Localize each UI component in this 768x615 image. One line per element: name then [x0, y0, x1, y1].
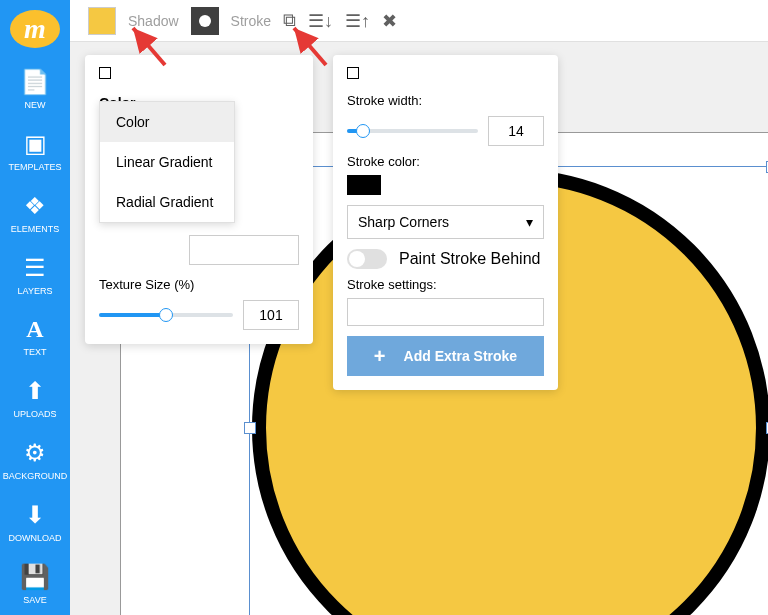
sidebar-item-elements[interactable]: ❖ ELEMENTS	[0, 182, 70, 244]
annotation-arrow	[125, 20, 175, 70]
panel-icon	[347, 67, 359, 79]
corner-style-value: Sharp Corners	[358, 214, 449, 230]
app-logo: m	[10, 10, 60, 48]
sidebar-item-label: DOWNLOAD	[8, 533, 61, 543]
sidebar-item-save[interactable]: 💾 SAVE	[0, 553, 70, 615]
text-icon: A	[26, 316, 43, 343]
stroke-color-label: Stroke color:	[347, 154, 544, 169]
fill-color-swatch[interactable]	[88, 7, 116, 35]
plus-icon: +	[374, 345, 386, 368]
dropdown-item-linear-gradient[interactable]: Linear Gradient	[100, 142, 234, 182]
stroke-width-value[interactable]: 14	[488, 116, 544, 146]
sidebar-item-label: LAYERS	[18, 286, 53, 296]
texture-size-slider[interactable]	[99, 313, 233, 317]
stroke-color-swatch[interactable]	[191, 7, 219, 35]
templates-icon: ▣	[24, 130, 47, 158]
stroke-settings-input[interactable]	[347, 298, 544, 326]
stroke-width-label: Stroke width:	[347, 93, 544, 108]
sidebar-item-label: BACKGROUND	[3, 471, 68, 481]
sidebar-item-download[interactable]: ⬇ DOWNLOAD	[0, 491, 70, 553]
sidebar-item-uploads[interactable]: ⬆ UPLOADS	[0, 367, 70, 429]
color-type-dropdown: Color Linear Gradient Radial Gradient	[99, 101, 235, 223]
sidebar-item-background[interactable]: ⚙ BACKGROUND	[0, 429, 70, 491]
stroke-color-chip[interactable]	[347, 175, 381, 195]
stroke-label[interactable]: Stroke	[231, 13, 271, 29]
file-icon: 📄	[20, 68, 50, 96]
layers-icon: ☰	[24, 254, 46, 282]
stroke-width-slider[interactable]	[347, 129, 478, 133]
bring-forward-icon[interactable]: ☰↑	[345, 10, 370, 32]
save-icon: 💾	[20, 563, 50, 591]
annotation-arrow	[286, 20, 336, 70]
texture-size-label: Texture Size (%)	[99, 277, 299, 292]
app-sidebar: m 📄 NEW ▣ TEMPLATES ❖ ELEMENTS ☰ LAYERS …	[0, 0, 70, 615]
stroke-settings-label: Stroke settings:	[347, 277, 544, 292]
stroke-panel: Stroke width: 14 Stroke color: Sharp Cor…	[333, 55, 558, 390]
paint-behind-label: Paint Stroke Behind	[399, 250, 540, 268]
texture-input[interactable]	[189, 235, 299, 265]
elements-icon: ❖	[24, 192, 46, 220]
sidebar-item-layers[interactable]: ☰ LAYERS	[0, 244, 70, 306]
sidebar-item-templates[interactable]: ▣ TEMPLATES	[0, 120, 70, 182]
corner-style-select[interactable]: Sharp Corners ▾	[347, 205, 544, 239]
texture-size-value[interactable]: 101	[243, 300, 299, 330]
sidebar-item-label: NEW	[25, 100, 46, 110]
sidebar-item-new[interactable]: 📄 NEW	[0, 58, 70, 120]
add-extra-stroke-button[interactable]: + Add Extra Stroke	[347, 336, 544, 376]
sidebar-item-text[interactable]: A TEXT	[0, 306, 70, 367]
add-stroke-label: Add Extra Stroke	[404, 348, 518, 364]
sidebar-item-label: TEXT	[23, 347, 46, 357]
sidebar-item-label: TEMPLATES	[9, 162, 62, 172]
sidebar-item-label: UPLOADS	[13, 409, 56, 419]
sidebar-item-label: SAVE	[23, 595, 46, 605]
dropdown-item-radial-gradient[interactable]: Radial Gradient	[100, 182, 234, 222]
panel-icon	[99, 67, 111, 79]
chevron-down-icon: ▾	[526, 214, 533, 230]
gear-icon: ⚙	[24, 439, 46, 467]
color-panel: Color Color Linear Gradient Radial Gradi…	[85, 55, 313, 344]
download-icon: ⬇	[25, 501, 45, 529]
dropdown-item-color[interactable]: Color	[100, 102, 234, 142]
delete-icon[interactable]: ✖	[382, 10, 397, 32]
sidebar-item-label: ELEMENTS	[11, 224, 60, 234]
upload-icon: ⬆	[25, 377, 45, 405]
paint-behind-toggle[interactable]	[347, 249, 387, 269]
